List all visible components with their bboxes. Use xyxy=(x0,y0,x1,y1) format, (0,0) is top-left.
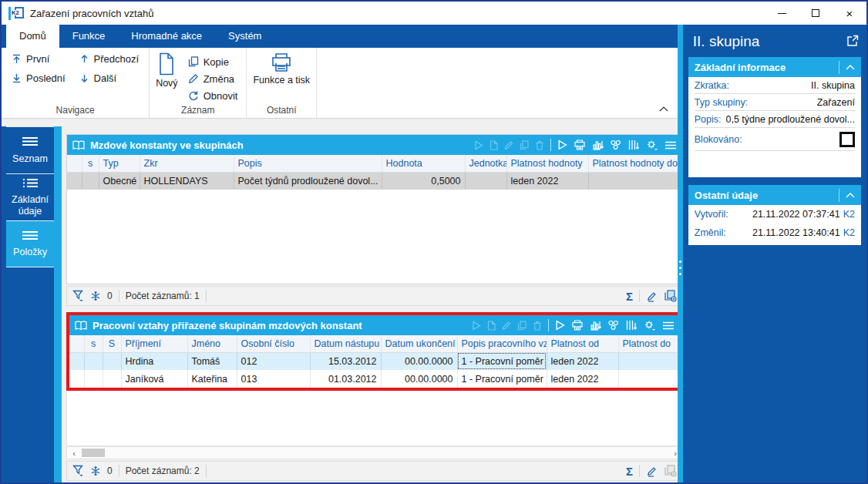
column-header-typ[interactable]: Typ xyxy=(99,155,140,172)
column-header-platnost-hodnoty-do[interactable]: Platnost hodnoty do xyxy=(588,155,682,172)
change-button[interactable]: Změna xyxy=(186,70,241,87)
printer-icon[interactable] xyxy=(574,139,586,150)
panel-splitter[interactable] xyxy=(678,25,683,482)
trash-icon[interactable] xyxy=(533,321,542,331)
column-header-s[interactable]: s xyxy=(84,335,103,352)
column-header-s[interactable]: s xyxy=(82,155,99,172)
cell[interactable] xyxy=(69,370,84,388)
open-in-window-button[interactable] xyxy=(846,35,859,49)
play-icon[interactable] xyxy=(555,320,565,331)
trash-icon[interactable] xyxy=(535,140,544,150)
play-icon[interactable] xyxy=(557,139,567,150)
pencil-icon[interactable] xyxy=(646,466,658,477)
collapse-section-button[interactable] xyxy=(839,189,855,202)
tab-funkce[interactable]: Funkce xyxy=(59,25,119,48)
column-header-prijmeni[interactable]: Příjmení xyxy=(121,335,187,352)
workflow-gears-icon[interactable] xyxy=(610,139,621,150)
cell[interactable] xyxy=(82,172,99,190)
snowflake-icon[interactable] xyxy=(90,291,101,301)
ribbon-collapse-button[interactable] xyxy=(659,103,668,114)
filter-funnel-icon[interactable] xyxy=(72,290,84,302)
sum-icon[interactable]: Σ xyxy=(626,466,633,477)
column-header-s[interactable]: S xyxy=(103,335,121,352)
workflow-gears-icon[interactable] xyxy=(607,320,619,331)
column-header[interactable] xyxy=(69,335,84,352)
column-header-jmeno[interactable]: Jméno xyxy=(187,335,237,352)
copy-plus-icon[interactable] xyxy=(664,290,677,302)
cell[interactable]: leden 2022 xyxy=(547,352,618,370)
sidebar-item-zakladni-udaje[interactable]: Základní údaje xyxy=(6,173,54,220)
functions-print-button[interactable]: Funkce a tisk xyxy=(247,49,316,86)
next-button[interactable]: Další xyxy=(77,72,142,84)
tab-domu[interactable]: Domů xyxy=(6,25,59,48)
settings-gear-icon[interactable] xyxy=(644,320,656,331)
column-header-hodnota[interactable]: Hodnota xyxy=(382,155,465,172)
cell[interactable]: Janíková xyxy=(121,370,187,388)
cell[interactable] xyxy=(465,172,506,190)
cell[interactable]: 1 - Pracovní poměr xyxy=(457,352,547,370)
copy-button[interactable]: Kopie xyxy=(186,53,241,70)
cell[interactable]: HOLLENDAYS xyxy=(140,172,234,190)
cell[interactable]: Počet týdnů prodloužené dovol... xyxy=(234,172,382,190)
cell[interactable] xyxy=(84,352,103,370)
sidebar-item-polozky[interactable]: Položky xyxy=(6,220,54,267)
new-document-icon[interactable] xyxy=(490,140,498,150)
column-header[interactable] xyxy=(67,155,82,172)
new-button[interactable]: Nový xyxy=(150,49,183,89)
cell[interactable] xyxy=(103,352,121,370)
tab-system[interactable]: Systém xyxy=(215,25,274,48)
refresh-button[interactable]: Obnovit xyxy=(186,87,241,104)
new-document-icon[interactable] xyxy=(487,321,496,331)
cell[interactable]: 012 xyxy=(237,352,310,370)
pencil-icon[interactable] xyxy=(646,291,658,302)
blokovano-checkbox[interactable] xyxy=(839,132,855,147)
column-header-popis-pracovniho-vztahu[interactable]: Popis pracovního vztahu xyxy=(457,335,547,352)
column-header-osobni-cislo[interactable]: Osobní číslo xyxy=(237,335,310,352)
report-chart-icon[interactable] xyxy=(592,139,604,150)
play-icon[interactable] xyxy=(472,321,481,331)
cell[interactable]: leden 2022 xyxy=(506,172,588,190)
column-header-platnost-hodnoty[interactable]: Platnost hodnoty xyxy=(506,155,588,172)
cell[interactable]: 0,5000 xyxy=(382,172,465,190)
column-header-datum-nastupu[interactable]: Datum nástupu xyxy=(310,335,381,352)
copy-icon[interactable] xyxy=(517,321,527,331)
column-header-zkr[interactable]: Zkr xyxy=(140,155,234,172)
minimize-button[interactable] xyxy=(765,2,799,25)
column-header-jednotka[interactable]: Jednotka xyxy=(465,155,506,172)
cell[interactable]: Kateřina xyxy=(187,370,237,388)
cell[interactable] xyxy=(67,172,82,190)
snowflake-icon[interactable] xyxy=(90,466,101,476)
sidebar-item-seznam[interactable]: Seznam xyxy=(6,126,54,173)
cell[interactable]: 01.03.2012 xyxy=(310,370,381,388)
cell[interactable] xyxy=(84,370,103,388)
cell[interactable]: 1 - Pracovní poměr xyxy=(457,370,547,388)
tab-hromadne-akce[interactable]: Hromadné akce xyxy=(118,25,215,48)
settings-gear-icon[interactable] xyxy=(646,139,658,151)
collapse-section-button[interactable] xyxy=(839,61,855,74)
previous-button[interactable]: Předchozí xyxy=(77,53,142,65)
first-button[interactable]: První xyxy=(9,53,68,65)
last-button[interactable]: Poslední xyxy=(9,72,68,84)
cell[interactable]: 15.03.2012 xyxy=(310,352,381,370)
play-icon[interactable] xyxy=(474,140,483,150)
columns-icon[interactable] xyxy=(627,139,640,150)
scrollbar-thumb[interactable] xyxy=(82,449,105,457)
column-header-platnost-od[interactable]: Platnost od xyxy=(547,335,618,352)
printer-icon[interactable] xyxy=(571,320,584,331)
filter-funnel-icon[interactable] xyxy=(72,465,84,477)
table-row[interactable]: ObecnéHOLLENDAYSPočet týdnů prodloužené … xyxy=(67,172,682,190)
cell[interactable]: 00.00.0000 xyxy=(381,352,457,370)
column-header-platnost-do[interactable]: Platnost do xyxy=(618,335,680,352)
columns-icon[interactable] xyxy=(625,320,638,331)
sum-icon[interactable]: Σ xyxy=(626,291,633,302)
cell[interactable]: Tomáš xyxy=(187,352,237,370)
cell[interactable] xyxy=(69,352,84,370)
report-chart-icon[interactable] xyxy=(590,320,601,331)
column-header-popis[interactable]: Popis xyxy=(234,155,382,172)
menu-icon[interactable] xyxy=(662,321,675,331)
maximize-button[interactable] xyxy=(799,2,833,25)
cell[interactable] xyxy=(103,370,121,388)
scroll-left-icon[interactable]: ‹ xyxy=(70,449,78,458)
cell[interactable]: leden 2022 xyxy=(547,370,618,388)
cell[interactable] xyxy=(588,172,682,190)
